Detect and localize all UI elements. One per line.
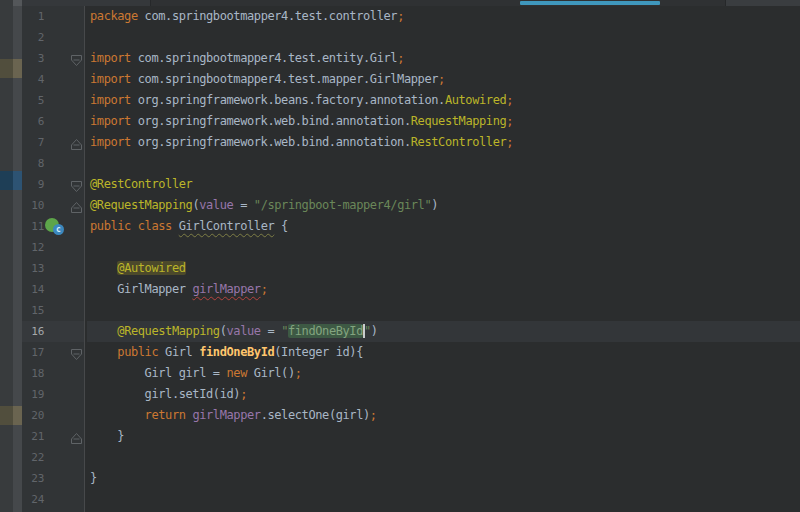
code-token: "/springboot-mapper4/girl" <box>254 198 431 212</box>
fold-marker-start[interactable] <box>70 52 83 65</box>
code-token <box>90 345 117 359</box>
code-line-1[interactable]: package com.springbootmapper4.test.contr… <box>87 6 800 27</box>
line-number-5[interactable]: 5 <box>22 90 44 111</box>
fold-marker-start[interactable] <box>70 178 83 191</box>
code-line-17[interactable]: public Girl findOneById(Integer id){ <box>87 342 800 363</box>
line-number-2[interactable]: 2 <box>22 27 44 48</box>
code-token: ; <box>397 51 404 65</box>
code-token: import <box>90 93 138 107</box>
line-number-22[interactable]: 22 <box>22 447 44 468</box>
code-token: ; <box>370 408 377 422</box>
code-token: ; <box>261 282 268 296</box>
code-token: value <box>199 198 233 212</box>
code-line-5[interactable]: import org.springframework.beans.factory… <box>87 90 800 111</box>
line-number-4[interactable]: 4 <box>22 69 44 90</box>
code-line-4[interactable]: import com.springbootmapper4.test.mapper… <box>87 69 800 90</box>
code-line-9[interactable]: @RestController <box>87 174 800 195</box>
code-line-16[interactable]: @RequestMapping(value = "findOneById") <box>87 321 800 342</box>
code-token <box>90 261 117 275</box>
code-line-15[interactable] <box>87 300 800 321</box>
line-number-15[interactable]: 15 <box>22 300 44 321</box>
spring-bean-class-icon[interactable]: c <box>45 218 64 236</box>
code-token: ; <box>295 366 302 380</box>
code-token: findOneById <box>288 324 363 338</box>
code-token: com.springbootmapper4.test.mapper.GirlMa… <box>138 72 438 86</box>
code-token: girlMapper <box>192 408 260 422</box>
code-line-7[interactable]: import org.springframework.web.bind.anno… <box>87 132 800 153</box>
line-number-23[interactable]: 23 <box>22 468 44 489</box>
code-token: } <box>90 429 124 443</box>
code-line-8[interactable] <box>87 153 800 174</box>
code-token: @RequestMapping <box>117 324 219 338</box>
line-number-14[interactable]: 14 <box>22 279 44 300</box>
code-token: girl.setId(id) <box>90 387 240 401</box>
line-number-10[interactable]: 10 <box>22 195 44 216</box>
line-number-1[interactable]: 1 <box>22 6 44 27</box>
line-number-13[interactable]: 13 <box>22 258 44 279</box>
line-number-9[interactable]: 9 <box>22 174 44 195</box>
code-token: ; <box>506 93 513 107</box>
code-line-10[interactable]: @RequestMapping(value = "/springboot-map… <box>87 195 800 216</box>
code-token: findOneById <box>199 345 274 359</box>
code-token: @RequestMapping <box>90 198 192 212</box>
code-token: (Integer id){ <box>274 345 363 359</box>
code-line-19[interactable]: girl.setId(id); <box>87 384 800 405</box>
active-tab-underline <box>520 1 660 5</box>
line-number-12[interactable]: 12 <box>22 237 44 258</box>
code-token: ( <box>220 324 227 338</box>
gutter-border <box>84 6 85 512</box>
code-token: Girl girl = <box>90 366 227 380</box>
code-token: = <box>233 198 253 212</box>
left-change-marker <box>0 406 22 425</box>
line-number-3[interactable]: 3 <box>22 48 44 69</box>
code-line-6[interactable]: import org.springframework.web.bind.anno… <box>87 111 800 132</box>
code-line-21[interactable]: } <box>87 426 800 447</box>
code-token: RequestMapping <box>411 114 507 128</box>
code-line-11[interactable]: public class GirlController { <box>87 216 800 237</box>
code-token: ; <box>397 9 404 23</box>
line-number-21[interactable]: 21 <box>22 426 44 447</box>
line-number-6[interactable]: 6 <box>22 111 44 132</box>
fold-marker-end[interactable] <box>70 136 83 149</box>
code-token: ; <box>506 135 513 149</box>
code-editor: 123456789101112131415161718192021222324 … <box>0 0 800 512</box>
code-token <box>90 324 117 338</box>
code-token: import <box>90 135 138 149</box>
code-token: } <box>90 471 97 485</box>
code-token: GirlMapper <box>90 282 192 296</box>
code-line-12[interactable] <box>87 237 800 258</box>
code-line-22[interactable] <box>87 447 800 468</box>
code-token: com.springbootmapper4.test.controller <box>145 9 398 23</box>
class-icon: c <box>53 224 64 235</box>
code-token: ; <box>506 114 513 128</box>
code-line-24[interactable] <box>87 489 800 510</box>
line-number-7[interactable]: 7 <box>22 132 44 153</box>
line-number-17[interactable]: 17 <box>22 342 44 363</box>
line-number-20[interactable]: 20 <box>22 405 44 426</box>
code-token: import <box>90 51 138 65</box>
fold-marker-start[interactable] <box>70 346 83 359</box>
fold-marker-end[interactable] <box>70 199 83 212</box>
line-number-16[interactable]: 16 <box>22 321 44 342</box>
code-token: package <box>90 9 145 23</box>
line-number-18[interactable]: 18 <box>22 363 44 384</box>
line-number-19[interactable]: 19 <box>22 384 44 405</box>
code-token: RestController <box>411 135 507 149</box>
fold-marker-end[interactable] <box>70 430 83 443</box>
line-number-11[interactable]: 11 <box>22 216 44 237</box>
code-token: org.springframework.beans.factory.annota… <box>138 93 445 107</box>
code-line-2[interactable] <box>87 27 800 48</box>
code-line-3[interactable]: import com.springbootmapper4.test.entity… <box>87 48 800 69</box>
code-line-20[interactable]: return girlMapper.selectOne(girl); <box>87 405 800 426</box>
line-number-24[interactable]: 24 <box>22 489 44 510</box>
code-line-18[interactable]: Girl girl = new Girl(); <box>87 363 800 384</box>
code-line-14[interactable]: GirlMapper girlMapper; <box>87 279 800 300</box>
code-token: Girl <box>165 345 199 359</box>
line-number-8[interactable]: 8 <box>22 153 44 174</box>
code-token: ) <box>431 198 438 212</box>
code-token: public <box>117 345 165 359</box>
left-change-marker <box>0 59 22 78</box>
code-line-13[interactable]: @Autowired <box>87 258 800 279</box>
code-line-23[interactable]: } <box>87 468 800 489</box>
code-token <box>90 408 145 422</box>
